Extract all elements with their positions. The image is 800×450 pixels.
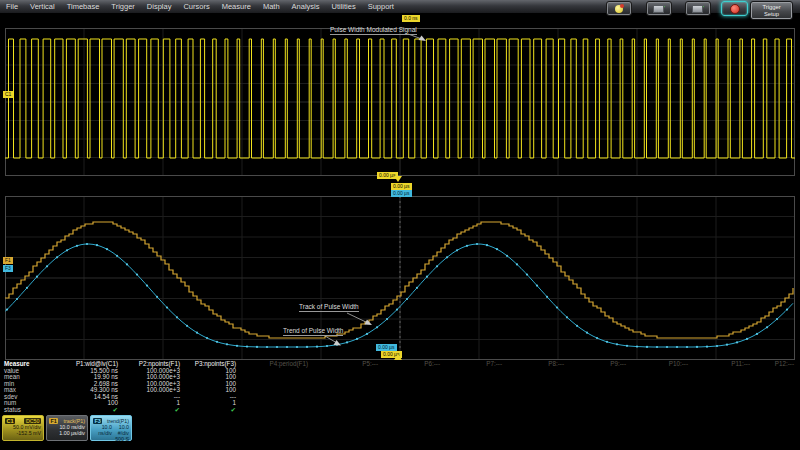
c1-descriptor[interactable]: C1DC50 50.0 mV/div -152.5 mV: [2, 415, 44, 441]
bottom-grid-f1-f3[interactable]: [5, 196, 795, 360]
menu-vertical[interactable]: Vertical: [24, 2, 61, 11]
measure-status-cell: ✔: [186, 407, 242, 414]
menu-display[interactable]: Display: [141, 2, 178, 11]
save-display-icon[interactable]: [646, 1, 672, 16]
autosetup-icon[interactable]: [606, 1, 632, 16]
trigger-position-marker-bottom[interactable]: [394, 354, 402, 360]
measure-status-cell: [632, 407, 694, 414]
screen-icon: [653, 5, 664, 13]
trigger-slope: Positive: [37, 180, 93, 197]
measure-status-cell: [694, 407, 756, 414]
measure-status-cell: [314, 407, 384, 414]
measure-status-cell: [384, 407, 446, 414]
f3-title: trend(P1): [107, 418, 129, 424]
oscilloscope-screen: File Vertical Timebase Trigger Display C…: [0, 0, 800, 450]
f3-zero-marker[interactable]: F3: [3, 265, 13, 272]
f1-descriptor[interactable]: F1track(P1) 10.0 ns/div 1.00 µs/div: [46, 415, 88, 441]
measure-table: MeasureP1:wid@lv(C1)P2:npoints(F1)P3:npo…: [0, 361, 800, 413]
f3-samples: 500 S: [93, 436, 129, 442]
menu-cursors[interactable]: Cursors: [177, 2, 215, 11]
trigger-type: Edge: [0, 180, 37, 197]
measure-status-cell: [756, 407, 800, 414]
track-annotation: Track of Pulse Width: [299, 303, 359, 312]
f3-hscale: 10.0 #/div: [112, 424, 129, 436]
f3-vscale: 10.0 ns/div: [93, 424, 112, 436]
menu-file[interactable]: File: [0, 2, 24, 11]
c1-coupling: DC50: [24, 418, 41, 424]
menu-math[interactable]: Math: [257, 2, 286, 11]
menu-bar: File Vertical Timebase Trigger Display C…: [0, 0, 800, 13]
red-circle-icon: [730, 4, 740, 14]
f1-chip: F1: [49, 418, 58, 424]
measure-row-status: status✔✔✔: [0, 407, 800, 414]
menu-timebase[interactable]: Timebase: [61, 2, 106, 11]
yellow-dot-icon: [615, 5, 623, 13]
measure-status-cell: [508, 407, 570, 414]
screen-icon: [692, 5, 703, 13]
measure-status-cell: ✔: [58, 407, 124, 414]
c1-offset: -152.5 mV: [5, 430, 41, 436]
c1-zero-marker[interactable]: C1: [3, 91, 13, 98]
measure-status-cell: [570, 407, 632, 414]
pwm-annotation: Pulse Width Modulated Signal: [330, 26, 417, 35]
f1-title: track(P1): [64, 418, 86, 424]
menu-analysis[interactable]: Analysis: [286, 2, 326, 11]
menu-measure[interactable]: Measure: [216, 2, 257, 11]
trigger-setup-label-1: Trigger: [762, 4, 780, 11]
trigger-setup-button[interactable]: Trigger Setup: [750, 1, 793, 20]
f3-bottom-badge[interactable]: 0.00 µs: [376, 344, 397, 351]
recall-display-icon[interactable]: [685, 1, 711, 16]
f1-hscale: 1.00 µs/div: [49, 430, 85, 436]
measure-status-cell: [446, 407, 508, 414]
f3-descriptor[interactable]: F3trend(P1) 10.0 ns/div10.0 #/div 500 S: [90, 415, 132, 441]
top-time-marker[interactable]: 0.0 ns: [402, 15, 420, 22]
measure-status-cell: [242, 407, 314, 414]
c1-chip: C1: [5, 418, 15, 424]
f1-href-badge[interactable]: 0.00 µs: [391, 183, 412, 190]
menu-utilities[interactable]: Utilities: [326, 2, 362, 11]
f3-href-badge[interactable]: 0.00 µs: [391, 190, 412, 197]
menu-trigger[interactable]: Trigger: [105, 2, 140, 11]
top-grid-c1[interactable]: [5, 28, 795, 176]
menu-support[interactable]: Support: [362, 2, 400, 11]
measure-row-label: status: [0, 407, 58, 414]
measure-status-cell: ✔: [124, 407, 186, 414]
f1-zero-marker[interactable]: F1: [3, 257, 13, 264]
f3-chip: F3: [93, 418, 102, 424]
trigger-setup-label-2: Setup: [764, 11, 779, 18]
trend-annotation: Trend of Pulse Width: [283, 327, 343, 336]
trigger-position-marker-top[interactable]: [394, 176, 402, 182]
record-stop-icon[interactable]: [721, 1, 748, 16]
